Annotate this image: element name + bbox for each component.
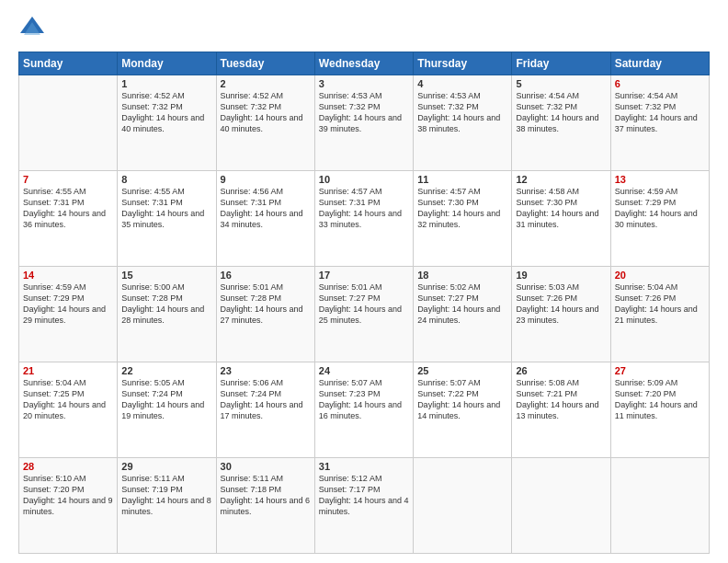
calendar-cell-week3-day3: 16Sunrise: 5:01 AMSunset: 7:28 PMDayligh… (216, 267, 314, 362)
day-number: 7 (23, 174, 113, 185)
calendar-cell-week4-day4: 24Sunrise: 5:07 AMSunset: 7:23 PMDayligh… (314, 362, 413, 458)
day-number: 27 (615, 365, 705, 376)
day-info: Sunrise: 5:09 AMSunset: 7:20 PMDaylight:… (615, 377, 705, 422)
calendar-cell-week2-day5: 11Sunrise: 4:57 AMSunset: 7:30 PMDayligh… (414, 171, 512, 267)
calendar-cell-week1-day2: 1Sunrise: 4:52 AMSunset: 7:32 PMDaylight… (118, 75, 216, 171)
calendar-cell-week4-day2: 22Sunrise: 5:05 AMSunset: 7:24 PMDayligh… (118, 362, 216, 458)
day-number: 30 (221, 461, 311, 472)
day-number: 15 (121, 270, 211, 281)
day-info: Sunrise: 4:54 AMSunset: 7:32 PMDaylight:… (615, 90, 705, 135)
calendar-cell-week2-day2: 8Sunrise: 4:55 AMSunset: 7:31 PMDaylight… (118, 171, 216, 267)
calendar-cell-week1-day4: 3Sunrise: 4:53 AMSunset: 7:32 PMDaylight… (314, 75, 413, 171)
day-info: Sunrise: 5:05 AMSunset: 7:24 PMDaylight:… (121, 377, 211, 422)
calendar-cell-week5-day1: 28Sunrise: 5:10 AMSunset: 7:20 PMDayligh… (19, 458, 118, 554)
calendar-cell-week4-day3: 23Sunrise: 5:06 AMSunset: 7:24 PMDayligh… (216, 362, 314, 458)
day-number: 12 (516, 174, 606, 185)
logo-icon (18, 15, 46, 42)
day-info: Sunrise: 5:02 AMSunset: 7:27 PMDaylight:… (417, 282, 507, 327)
logo (18, 15, 50, 42)
calendar-cell-week1-day3: 2Sunrise: 4:52 AMSunset: 7:32 PMDaylight… (216, 75, 314, 171)
day-number: 18 (417, 270, 507, 281)
day-info: Sunrise: 5:04 AMSunset: 7:25 PMDaylight:… (23, 377, 113, 422)
day-info: Sunrise: 5:04 AMSunset: 7:26 PMDaylight:… (615, 282, 705, 327)
day-number: 20 (615, 270, 705, 281)
day-number: 8 (121, 174, 211, 185)
header-day-sunday: Sunday (19, 52, 118, 75)
day-info: Sunrise: 5:07 AMSunset: 7:22 PMDaylight:… (417, 377, 507, 422)
day-number: 21 (23, 365, 113, 376)
calendar-cell-week3-day6: 19Sunrise: 5:03 AMSunset: 7:26 PMDayligh… (512, 267, 610, 362)
day-info: Sunrise: 4:59 AMSunset: 7:29 PMDaylight:… (615, 186, 705, 231)
calendar-cell-week1-day5: 4Sunrise: 4:53 AMSunset: 7:32 PMDaylight… (414, 75, 512, 171)
calendar-cell-week2-day4: 10Sunrise: 4:57 AMSunset: 7:31 PMDayligh… (314, 171, 413, 267)
calendar-cell-week3-day1: 14Sunrise: 4:59 AMSunset: 7:29 PMDayligh… (19, 267, 118, 362)
day-number: 31 (319, 461, 409, 472)
day-info: Sunrise: 4:59 AMSunset: 7:29 PMDaylight:… (23, 282, 113, 327)
page: SundayMondayTuesdayWednesdayThursdayFrid… (0, 0, 728, 563)
calendar-cell-week3-day5: 18Sunrise: 5:02 AMSunset: 7:27 PMDayligh… (414, 267, 512, 362)
calendar-cell-week5-day7 (610, 458, 709, 554)
day-number: 16 (221, 270, 311, 281)
week-row-2: 7Sunrise: 4:55 AMSunset: 7:31 PMDaylight… (19, 171, 710, 267)
day-info: Sunrise: 5:11 AMSunset: 7:18 PMDaylight:… (221, 473, 311, 518)
day-number: 6 (615, 78, 705, 89)
header-day-friday: Friday (512, 52, 610, 75)
calendar-cell-week3-day2: 15Sunrise: 5:00 AMSunset: 7:28 PMDayligh… (118, 267, 216, 362)
day-info: Sunrise: 4:57 AMSunset: 7:30 PMDaylight:… (417, 186, 507, 231)
calendar-cell-week2-day3: 9Sunrise: 4:56 AMSunset: 7:31 PMDaylight… (216, 171, 314, 267)
calendar-cell-week2-day7: 13Sunrise: 4:59 AMSunset: 7:29 PMDayligh… (610, 171, 709, 267)
day-number: 5 (516, 78, 606, 89)
day-number: 4 (417, 78, 507, 89)
day-info: Sunrise: 4:55 AMSunset: 7:31 PMDaylight:… (121, 186, 211, 231)
calendar-cell-week5-day5 (414, 458, 512, 554)
calendar-cell-week3-day7: 20Sunrise: 5:04 AMSunset: 7:26 PMDayligh… (610, 267, 709, 362)
day-info: Sunrise: 5:12 AMSunset: 7:17 PMDaylight:… (319, 473, 409, 518)
day-number: 29 (121, 461, 211, 472)
day-number: 3 (319, 78, 409, 89)
day-info: Sunrise: 5:00 AMSunset: 7:28 PMDaylight:… (121, 282, 211, 327)
week-row-1: 1Sunrise: 4:52 AMSunset: 7:32 PMDaylight… (19, 75, 710, 171)
day-number: 25 (417, 365, 507, 376)
day-number: 24 (319, 365, 409, 376)
header-day-thursday: Thursday (414, 52, 512, 75)
calendar: SundayMondayTuesdayWednesdayThursdayFrid… (18, 52, 710, 554)
calendar-cell-week2-day6: 12Sunrise: 4:58 AMSunset: 7:30 PMDayligh… (512, 171, 610, 267)
day-info: Sunrise: 5:11 AMSunset: 7:19 PMDaylight:… (121, 473, 211, 518)
calendar-cell-week5-day2: 29Sunrise: 5:11 AMSunset: 7:19 PMDayligh… (118, 458, 216, 554)
header-day-saturday: Saturday (610, 52, 709, 75)
calendar-cell-week4-day6: 26Sunrise: 5:08 AMSunset: 7:21 PMDayligh… (512, 362, 610, 458)
calendar-cell-week5-day6 (512, 458, 610, 554)
day-number: 23 (221, 365, 311, 376)
header-day-wednesday: Wednesday (314, 52, 413, 75)
day-info: Sunrise: 4:58 AMSunset: 7:30 PMDaylight:… (516, 186, 606, 231)
day-number: 9 (221, 174, 311, 185)
day-number: 26 (516, 365, 606, 376)
day-info: Sunrise: 5:08 AMSunset: 7:21 PMDaylight:… (516, 377, 606, 422)
day-info: Sunrise: 5:03 AMSunset: 7:26 PMDaylight:… (516, 282, 606, 327)
header-day-monday: Monday (118, 52, 216, 75)
calendar-cell-week3-day4: 17Sunrise: 5:01 AMSunset: 7:27 PMDayligh… (314, 267, 413, 362)
day-number: 13 (615, 174, 705, 185)
calendar-cell-week1-day6: 5Sunrise: 4:54 AMSunset: 7:32 PMDaylight… (512, 75, 610, 171)
week-row-5: 28Sunrise: 5:10 AMSunset: 7:20 PMDayligh… (19, 458, 710, 554)
day-info: Sunrise: 4:56 AMSunset: 7:31 PMDaylight:… (221, 186, 311, 231)
day-info: Sunrise: 4:55 AMSunset: 7:31 PMDaylight:… (23, 186, 113, 231)
day-info: Sunrise: 4:52 AMSunset: 7:32 PMDaylight:… (221, 90, 311, 135)
header (18, 15, 710, 42)
calendar-cell-week5-day3: 30Sunrise: 5:11 AMSunset: 7:18 PMDayligh… (216, 458, 314, 554)
day-number: 17 (319, 270, 409, 281)
day-info: Sunrise: 4:54 AMSunset: 7:32 PMDaylight:… (516, 90, 606, 135)
day-info: Sunrise: 5:01 AMSunset: 7:27 PMDaylight:… (319, 282, 409, 327)
calendar-cell-week1-day1 (19, 75, 118, 171)
day-number: 1 (121, 78, 211, 89)
calendar-cell-week4-day7: 27Sunrise: 5:09 AMSunset: 7:20 PMDayligh… (610, 362, 709, 458)
day-info: Sunrise: 4:53 AMSunset: 7:32 PMDaylight:… (417, 90, 507, 135)
calendar-cell-week1-day7: 6Sunrise: 4:54 AMSunset: 7:32 PMDaylight… (610, 75, 709, 171)
day-info: Sunrise: 5:10 AMSunset: 7:20 PMDaylight:… (23, 473, 113, 518)
calendar-header-row: SundayMondayTuesdayWednesdayThursdayFrid… (19, 52, 710, 75)
day-number: 2 (221, 78, 311, 89)
day-number: 28 (23, 461, 113, 472)
day-number: 19 (516, 270, 606, 281)
day-number: 10 (319, 174, 409, 185)
calendar-cell-week2-day1: 7Sunrise: 4:55 AMSunset: 7:31 PMDaylight… (19, 171, 118, 267)
